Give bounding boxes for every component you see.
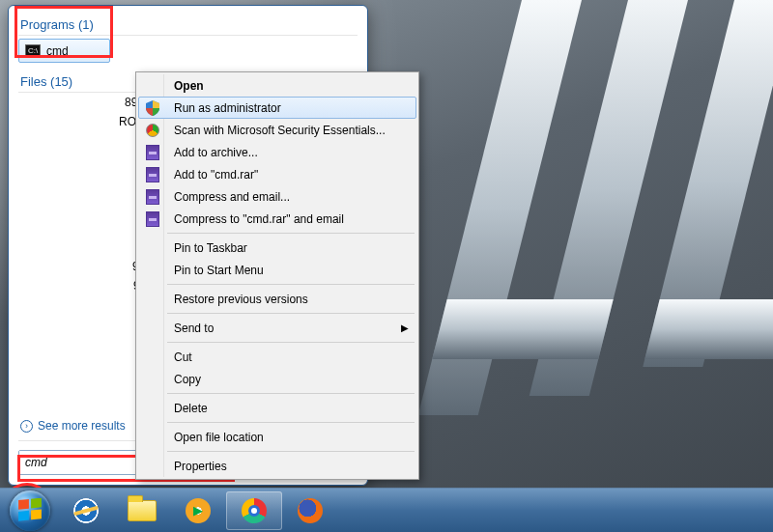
ctx-label: Open [168,79,204,93]
search-result-label: cmd [46,44,69,58]
ctx-label: Restore previous versions [168,293,308,306]
folder-icon [128,500,157,521]
blank-icon [144,77,161,95]
blank-icon [144,371,161,388]
ctx-properties[interactable]: Properties [138,455,416,477]
separator [167,313,415,314]
ctx-add-to-cmdrar[interactable]: Add to "cmd.rar" [138,163,416,185]
svg-rect-7 [31,498,42,508]
submenu-arrow-icon: ▶ [401,322,409,333]
blank-icon [144,291,161,308]
blank-icon [144,320,161,337]
see-more-icon: › [20,420,33,433]
svg-rect-5 [644,299,773,359]
ctx-label: Add to "cmd.rar" [168,168,258,182]
ctx-scan-security[interactable]: Scan with Microsoft Security Essentials.… [138,119,416,141]
archive-icon [144,210,161,228]
ctx-label: Send to [168,322,214,335]
ctx-label: Delete [168,402,208,415]
svg-rect-8 [18,510,29,520]
start-orb-icon [10,490,50,531]
chrome-icon [242,498,267,523]
ctx-run-as-administrator[interactable]: Run as administrator [138,97,416,119]
svg-rect-6 [18,498,29,509]
ctx-label: Scan with Microsoft Security Essentials.… [168,124,386,137]
archive-icon [144,188,161,206]
ctx-label: Add to archive... [168,146,258,159]
ctx-label: Pin to Start Menu [168,264,264,277]
ctx-label: Pin to Taskbar [168,241,247,255]
svg-rect-2 [432,299,613,359]
ctx-delete[interactable]: Delete [138,397,416,419]
blank-icon [144,239,161,257]
taskbar-firefox[interactable] [282,491,338,530]
separator [167,393,415,394]
ctx-label: Run as administrator [168,101,281,115]
see-more-label: See more results [38,419,126,433]
separator [167,451,415,452]
taskbar-ie[interactable] [58,491,114,530]
ctx-label: Open file location [168,431,264,444]
ie-icon [73,498,99,523]
ctx-compress-email[interactable]: Compress and email... [138,185,416,208]
ctx-add-to-archive[interactable]: Add to archive... [138,141,416,163]
ctx-pin-start[interactable]: Pin to Start Menu [138,259,416,281]
ctx-pin-taskbar[interactable]: Pin to Taskbar [138,237,416,259]
cmd-icon: C:\ [25,44,41,58]
archive-icon [144,166,161,183]
ctx-open[interactable]: Open [138,74,416,97]
ctx-copy[interactable]: Copy [138,368,416,390]
separator [167,233,415,234]
separator [167,422,415,423]
ctx-restore-versions[interactable]: Restore previous versions [138,288,416,310]
search-result-cmd[interactable]: C:\ cmd [18,39,110,63]
separator [167,342,415,343]
svg-rect-9 [31,509,42,519]
start-button[interactable] [2,491,58,530]
taskbar-media-player[interactable]: ▶ [170,491,226,530]
security-icon [144,122,161,139]
separator [167,284,415,285]
ctx-cut[interactable]: Cut [138,346,416,368]
ctx-label: Properties [168,460,227,473]
ctx-label: Cut [168,350,192,364]
taskbar-chrome[interactable] [226,491,282,530]
programs-header: Programs (1) [18,14,358,36]
taskbar: ▶ [0,488,773,532]
ctx-send-to[interactable]: Send to ▶ [138,317,416,339]
shield-icon [144,99,161,117]
media-player-icon: ▶ [186,498,211,523]
blank-icon [144,458,161,475]
ctx-compress-cmdrar-email[interactable]: Compress to "cmd.rar" and email [138,208,416,230]
taskbar-explorer[interactable] [114,491,170,530]
firefox-icon [298,498,323,523]
ctx-label: Compress to "cmd.rar" and email [168,212,344,226]
blank-icon [144,262,161,279]
ctx-open-file-location[interactable]: Open file location [138,426,416,448]
archive-icon [144,144,161,161]
blank-icon [144,400,161,417]
ctx-label: Compress and email... [168,190,290,204]
blank-icon [144,429,161,446]
ctx-label: Copy [168,373,201,386]
blank-icon [144,349,161,366]
context-menu: Open Run as administrator Scan with Micr… [135,71,419,480]
